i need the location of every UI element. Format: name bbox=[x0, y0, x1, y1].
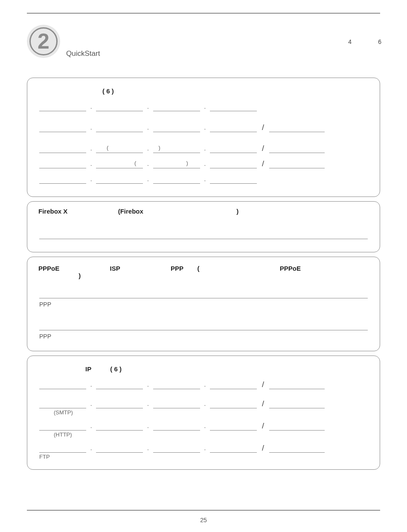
netmask-field[interactable] bbox=[269, 422, 325, 431]
ip-row-2: . . . / bbox=[39, 123, 369, 132]
octet-field[interactable] bbox=[39, 144, 86, 153]
octet-field[interactable] bbox=[153, 422, 200, 431]
page-number: 25 bbox=[0, 517, 407, 523]
octet-field[interactable] bbox=[153, 380, 200, 389]
ppp-field-1: PPP bbox=[38, 287, 369, 308]
ip-row-3: . . . / bbox=[39, 144, 369, 153]
octet-field[interactable] bbox=[210, 422, 257, 431]
text-field[interactable] bbox=[39, 287, 368, 298]
octet-field[interactable] bbox=[153, 444, 200, 453]
ppp-field-2: PPP bbox=[38, 319, 369, 340]
octet-field[interactable] bbox=[96, 444, 143, 453]
section-pppoe: PPPoE ISP PPP ( PPPoE ) PPP PPP bbox=[27, 257, 380, 351]
octet-field[interactable] bbox=[39, 123, 86, 132]
text-field[interactable] bbox=[39, 228, 368, 239]
octet-field[interactable] bbox=[39, 444, 86, 453]
step-badge: 2 bbox=[27, 25, 60, 58]
ip-row-5: . . . bbox=[39, 175, 369, 184]
netmask-field[interactable] bbox=[269, 144, 325, 153]
octet-field[interactable] bbox=[39, 422, 86, 431]
octet-field[interactable] bbox=[96, 380, 143, 389]
octet-field[interactable] bbox=[210, 444, 257, 453]
octet-field[interactable] bbox=[153, 102, 200, 111]
netmask-field[interactable] bbox=[269, 380, 325, 389]
badge-ring-icon bbox=[29, 27, 58, 55]
section-1-title: ( 6 ) bbox=[102, 87, 369, 95]
octet-field[interactable] bbox=[39, 399, 86, 408]
octet-field[interactable] bbox=[210, 175, 257, 184]
netmask-field[interactable] bbox=[269, 123, 325, 132]
smtp-label: (SMTP) bbox=[54, 409, 369, 416]
octet-field[interactable] bbox=[39, 159, 86, 168]
text-field[interactable] bbox=[39, 319, 368, 330]
ppp-label-1: PPP bbox=[39, 301, 369, 308]
section-firebox: Firebox X (Firebox ) bbox=[27, 201, 380, 252]
octet-field[interactable] bbox=[210, 102, 257, 111]
section-server-ip: IP ( 6 ) . . . / . . . / (SMTP) . . . / … bbox=[27, 356, 380, 470]
document-page: 2 QuickStart 4 6 ( 6 ) . . . . . . / . .… bbox=[0, 0, 407, 532]
quickstart-label: QuickStart bbox=[66, 49, 100, 58]
server-ip-row-http: . . . / bbox=[39, 422, 369, 431]
octet-field[interactable] bbox=[39, 102, 86, 111]
section-network-addresses: ( 6 ) . . . . . . / . . . / ( ) bbox=[27, 78, 380, 197]
octet-field[interactable] bbox=[96, 123, 143, 132]
octet-field[interactable] bbox=[96, 399, 143, 408]
ip-row-1: . . . bbox=[39, 102, 369, 111]
octet-field[interactable] bbox=[210, 159, 257, 168]
bottom-rule bbox=[27, 510, 380, 511]
pppoe-title: PPPoE ISP PPP ( PPPoE ) bbox=[38, 265, 369, 279]
top-rule bbox=[27, 13, 380, 14]
octet-field[interactable] bbox=[210, 399, 257, 408]
section-4-title: IP ( 6 ) bbox=[85, 365, 369, 373]
ftp-label: FTP bbox=[39, 454, 369, 460]
ppp-label-2: PPP bbox=[39, 333, 369, 340]
netmask-field[interactable] bbox=[269, 444, 325, 453]
octet-field[interactable] bbox=[153, 399, 200, 408]
server-ip-row-1: . . . / bbox=[39, 380, 369, 389]
octet-field[interactable] bbox=[96, 102, 143, 111]
firebox-title: Firebox X (Firebox ) bbox=[38, 208, 369, 215]
octet-field[interactable] bbox=[39, 380, 86, 389]
octet-field[interactable] bbox=[153, 123, 200, 132]
page-header: 2 QuickStart bbox=[27, 25, 380, 58]
netmask-field[interactable] bbox=[269, 159, 325, 168]
octet-field[interactable] bbox=[210, 144, 257, 153]
ip-row-4: . . . / bbox=[39, 159, 369, 168]
octet-field[interactable] bbox=[96, 175, 143, 184]
netmask-field[interactable] bbox=[269, 399, 325, 408]
octet-field[interactable] bbox=[153, 175, 200, 184]
http-label: (HTTP) bbox=[54, 431, 369, 438]
octet-field[interactable] bbox=[96, 422, 143, 431]
header-num-a: 4 bbox=[348, 38, 352, 45]
server-ip-row-ftp: . . . / bbox=[39, 444, 369, 453]
octet-field[interactable] bbox=[39, 175, 86, 184]
octet-field[interactable] bbox=[210, 123, 257, 132]
header-num-b: 6 bbox=[378, 38, 381, 45]
octet-field[interactable] bbox=[210, 380, 257, 389]
server-ip-row-smtp: . . . / bbox=[39, 399, 369, 408]
